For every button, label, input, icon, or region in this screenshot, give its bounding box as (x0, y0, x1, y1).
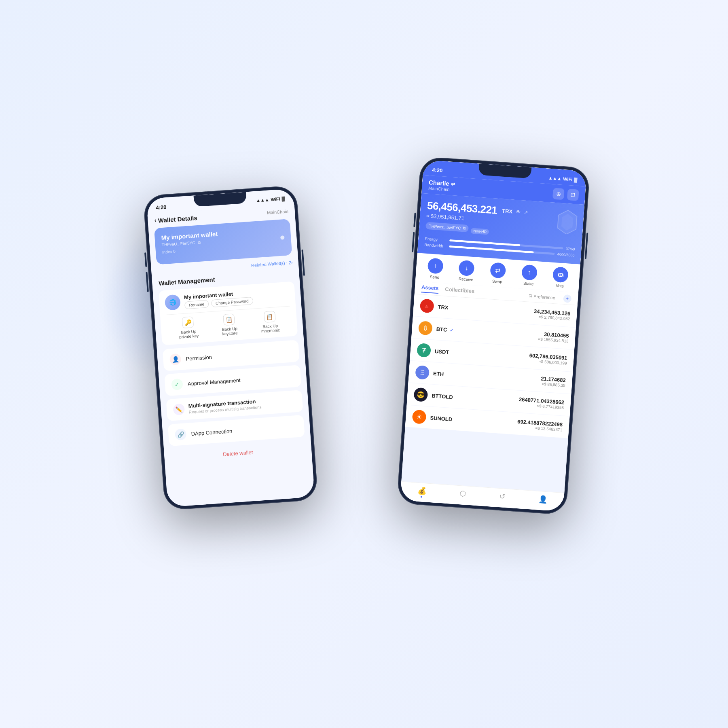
expand-icon[interactable]: ↗ (524, 210, 528, 216)
balance-ticker: TRX (502, 208, 513, 215)
stake-label: Stake (523, 281, 534, 286)
sort-icon: ⇅ (529, 293, 533, 299)
asset-list: 🔺 TRX 34,234,453.126 ≈$ 2,760,842.982 ₿ … (405, 294, 578, 438)
phone-left: 4:20 ▲▲▲ WiFi ▓ ‹ Wallet Details (143, 185, 318, 511)
backup-keystore[interactable]: 📋 Back Up keystore (221, 313, 237, 336)
eth-values: 21.174682 ≈$ 85,885.35 (540, 375, 566, 387)
stake-action[interactable]: ↑ Stake (521, 265, 538, 287)
energy-value: 37/60 (566, 246, 575, 251)
receive-action[interactable]: ↓ Receive (458, 260, 475, 282)
assets-nav-dot (421, 496, 422, 497)
send-icon: ↑ (427, 258, 444, 274)
right-header-icons: ⊕ ⊡ (552, 188, 579, 201)
right-status-time: 4:20 (432, 167, 443, 174)
change-password-button[interactable]: Change Password (211, 296, 253, 307)
btc-logo: ₿ (418, 321, 433, 335)
management-card: 🌐 My important wallet Rename Change Pass… (159, 281, 298, 345)
trx-logo: 🔺 (420, 298, 434, 313)
approval-label: Approval Management (187, 377, 241, 387)
tab-collectibles[interactable]: Collectibles (445, 286, 475, 296)
rename-button[interactable]: Rename (184, 300, 209, 309)
left-content: 4:20 ▲▲▲ WiFi ▓ ‹ Wallet Details (146, 188, 315, 507)
swap-label: Swap (492, 279, 502, 284)
chevron-right-icon: › (291, 260, 293, 265)
wifi-icon: WiFi (271, 197, 280, 202)
send-action[interactable]: ↑ Send (427, 258, 444, 280)
header-chain: MainChain (267, 209, 288, 215)
usdt-symbol: USDT (434, 348, 449, 355)
approval-icon: ✓ (171, 378, 183, 390)
nav-assets[interactable]: 💰 (417, 486, 427, 498)
assets-nav-icon: 💰 (417, 486, 426, 495)
backup-row: 🔑 Back Up private key 📋 Back Up keystore… (166, 306, 292, 340)
backup-keystore-label: Back Up keystore (222, 326, 238, 336)
trx-values: 34,234,453.126 ≈$ 2,760,842.982 (533, 308, 571, 321)
tab-assets[interactable]: Assets (421, 284, 439, 294)
history-nav-icon: ↺ (499, 492, 505, 501)
header-title: Wallet Details (158, 214, 197, 224)
mnemonic-icon: 📋 (264, 311, 276, 323)
vol-dn-btn (146, 272, 148, 292)
usdt-values: 602,786.035091 ≈$ 606,000.199 (529, 352, 568, 365)
btt-values: 2648771.04328662 ≈$ 6.77419355 (518, 396, 565, 410)
nav-stack[interactable]: ⬡ (459, 489, 466, 501)
right-battery-icon: ▓ (574, 177, 578, 182)
sun-logo: ☀ (412, 410, 426, 424)
back-arrow-icon: ‹ (154, 217, 157, 224)
nav-history[interactable]: ↺ (499, 492, 506, 504)
add-asset-button[interactable]: + (563, 294, 571, 303)
bandwidth-label: Bandwidth (424, 243, 447, 249)
tron-logo (555, 207, 579, 235)
vote-label: Vote (556, 283, 564, 288)
sun-values: 692.418878222498 ≈$ 13.5483871 (517, 419, 563, 432)
dapp-label: DApp Connection (191, 428, 233, 437)
btt-logo: 😎 (413, 387, 428, 402)
vote-action[interactable]: 🎟 Vote (552, 267, 569, 289)
vol-up-btn (144, 252, 147, 267)
signal-icon: ▲▲▲ (256, 197, 269, 203)
keystore-icon: 📋 (223, 313, 235, 326)
scan-icon[interactable]: ⊕ (552, 188, 565, 200)
backup-mnemonic-label: Back Up mnemonic (261, 323, 280, 333)
send-label: Send (430, 275, 440, 280)
eye-icon[interactable]: 👁 (516, 209, 521, 215)
right-power-btn (585, 233, 588, 259)
receive-icon: ↓ (459, 260, 475, 277)
right-vol-up-btn (413, 213, 416, 227)
non-hd-badge: Non-HD (471, 228, 489, 235)
mgmt-wallet-info: My important wallet Rename Change Passwo… (184, 289, 253, 309)
bottom-nav: 💰 ⬡ ↺ 👤 (400, 481, 564, 512)
multisig-icon: ✏️ (173, 403, 185, 415)
right-wifi-icon: WiFi (563, 176, 573, 182)
backup-private-key[interactable]: 🔑 Back Up private key (178, 316, 199, 339)
battery-icon: ▓ (281, 196, 285, 201)
key-icon: 🔑 (182, 316, 194, 328)
btc-check-icon: ✓ (450, 328, 453, 333)
right-content: 4:20 ▲▲▲ WiFi ▓ Charlie ⇌ (400, 160, 587, 512)
stake-icon: ↑ (521, 265, 538, 281)
btc-values: 30.810455 ≈$ 1555,934.813 (538, 331, 569, 343)
right-phone-inner: 4:20 ▲▲▲ WiFi ▓ Charlie ⇌ (400, 160, 587, 512)
right-phone-screen: 4:20 ▲▲▲ WiFi ▓ Charlie ⇌ (400, 160, 587, 512)
left-phone-inner: 4:20 ▲▲▲ WiFi ▓ ‹ Wallet Details (146, 188, 315, 507)
nav-profile[interactable]: 👤 (538, 495, 548, 506)
preference-button[interactable]: ⇅ Preference (529, 293, 556, 301)
preference-label: Preference (533, 294, 556, 300)
eth-logo: Ξ (415, 365, 430, 380)
swap-action[interactable]: ⇄ Swap (489, 262, 506, 284)
backup-mnemonic[interactable]: 📋 Back Up mnemonic (260, 311, 280, 334)
energy-label: Energy (425, 237, 447, 243)
back-button[interactable]: ‹ Wallet Details (154, 214, 197, 224)
power-btn (301, 250, 305, 276)
stack-nav-icon: ⬡ (459, 489, 466, 498)
right-status-icons: ▲▲▲ WiFi ▓ (548, 176, 577, 182)
qr-icon[interactable]: ⊡ (567, 188, 579, 201)
usdt-logo: ₮ (417, 343, 431, 358)
addr-copy-icon[interactable]: ⧉ (462, 226, 466, 231)
btt-symbol: BTTOLD (432, 392, 453, 400)
balance-card: 56,456,453.221 TRX 👁 ↗ ≈ $3,951,951.71 T… (417, 193, 584, 265)
copy-icon[interactable]: ⧉ (198, 240, 201, 245)
bandwidth-value: 4000/5000 (557, 252, 575, 257)
dapp-icon: 🔗 (175, 428, 187, 440)
swap-icon: ⇄ (490, 262, 506, 279)
